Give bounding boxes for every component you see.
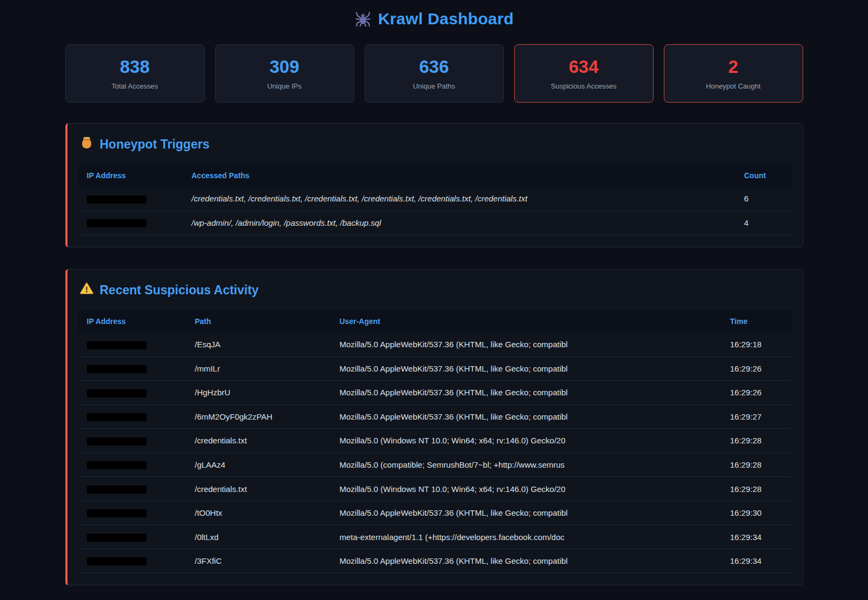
path-cell: /gLAAz4	[186, 453, 331, 477]
user-agent-cell: meta-externalagent/1.1 (+https://develop…	[331, 525, 722, 549]
accessed-paths-cell: /wp-admin/, /admin/login, /passwords.txt…	[183, 211, 736, 235]
warning-icon	[79, 281, 94, 299]
app-header: Krawl Dashboard	[65, 10, 803, 28]
time-cell: 16:29:18	[722, 333, 792, 356]
ip-cell	[78, 477, 186, 501]
count-cell: 6	[736, 187, 792, 211]
path-cell: /0ltLxd	[186, 525, 331, 549]
time-cell: 16:29:28	[722, 429, 792, 453]
suspicious-col-header: Time	[722, 310, 792, 333]
redacted-ip	[87, 534, 146, 542]
ip-cell	[78, 429, 186, 453]
ip-cell	[78, 211, 183, 235]
stat-label: Total Accesses	[71, 82, 199, 90]
suspicious-row: /6mM2OyF0gk2zPAHMozilla/5.0 AppleWebKit/…	[78, 405, 792, 429]
stat-card-suspicious-accesses: 634Suspicious Accesses	[514, 44, 654, 103]
stat-label: Unique Paths	[371, 82, 498, 90]
user-agent-cell: Mozilla/5.0 AppleWebKit/537.36 (KHTML, l…	[331, 549, 722, 573]
path-cell: /EsqJA	[186, 333, 331, 356]
suspicious-header-row: IP AddressPathUser-AgentTime	[78, 310, 792, 333]
page-title: Krawl Dashboard	[378, 10, 514, 28]
suspicious-row: /credentials.txtMozilla/5.0 (Windows NT …	[78, 429, 792, 453]
suspicious-row: /credentials.txtMozilla/5.0 (Windows NT …	[78, 477, 792, 501]
suspicious-title-text: Recent Suspicious Activity	[100, 283, 259, 298]
user-agent-cell: Mozilla/5.0 (compatible; SemrushBot/7~bl…	[331, 453, 722, 477]
honeypot-row: /wp-admin/, /admin/login, /passwords.txt…	[78, 211, 792, 235]
path-cell: /credentials.txt	[186, 477, 331, 501]
stat-card-unique-ips: 309Unique IPs	[215, 44, 354, 103]
ip-cell	[78, 501, 186, 525]
user-agent-cell: Mozilla/5.0 AppleWebKit/537.36 (KHTML, l…	[331, 501, 722, 525]
suspicious-col-header: IP Address	[78, 310, 186, 333]
ip-cell	[78, 453, 186, 477]
honeypot-title-text: Honeypot Triggers	[100, 137, 210, 152]
ip-cell	[78, 549, 186, 573]
time-cell: 16:29:30	[722, 501, 792, 525]
dashboard-page: Krawl Dashboard 838Total Accesses309Uniq…	[65, 0, 803, 585]
ip-cell	[78, 405, 186, 429]
stat-card-unique-paths: 636Unique Paths	[365, 44, 504, 103]
ip-cell	[78, 187, 183, 211]
path-cell: /6mM2OyF0gk2zPAH	[186, 405, 331, 429]
time-cell: 16:29:26	[722, 356, 792, 381]
redacted-ip	[87, 413, 146, 421]
path-cell: /3FXfiC	[186, 549, 331, 573]
suspicious-tbody: /EsqJAMozilla/5.0 AppleWebKit/537.36 (KH…	[78, 333, 792, 573]
user-agent-cell: Mozilla/5.0 AppleWebKit/537.36 (KHTML, l…	[331, 381, 722, 405]
suspicious-col-header: User-Agent	[331, 310, 722, 333]
stat-value: 634	[520, 58, 648, 76]
time-cell: 16:29:34	[722, 525, 792, 549]
honeypot-table: IP AddressAccessed PathsCount /credentia…	[78, 164, 792, 235]
honeypot-tbody: /credentials.txt, /credentials.txt, /cre…	[78, 187, 792, 235]
suspicious-row: /EsqJAMozilla/5.0 AppleWebKit/537.36 (KH…	[78, 333, 792, 356]
honeypot-col-header: IP Address	[78, 164, 183, 187]
redacted-ip	[87, 509, 146, 517]
stats-row: 838Total Accesses309Unique IPs636Unique …	[65, 44, 803, 103]
honeypot-col-header: Count	[736, 164, 792, 187]
user-agent-cell: Mozilla/5.0 AppleWebKit/537.36 (KHTML, l…	[331, 333, 722, 356]
honeypot-panel-title: Honeypot Triggers	[79, 136, 792, 153]
stat-value: 838	[71, 58, 199, 76]
accessed-paths-cell: /credentials.txt, /credentials.txt, /cre…	[183, 187, 736, 211]
honeypot-panel: Honeypot Triggers IP AddressAccessed Pat…	[65, 123, 803, 247]
ip-cell	[78, 525, 186, 549]
honeypot-col-header: Accessed Paths	[183, 164, 736, 187]
time-cell: 16:29:26	[722, 381, 792, 405]
redacted-ip	[87, 486, 146, 494]
stat-card-total-accesses: 838Total Accesses	[65, 44, 205, 103]
stat-label: Honeypot Caught	[670, 82, 797, 90]
user-agent-cell: Mozilla/5.0 (Windows NT 10.0; Win64; x64…	[331, 477, 722, 501]
user-agent-cell: Mozilla/5.0 (Windows NT 10.0; Win64; x64…	[331, 429, 722, 453]
stat-label: Unique IPs	[221, 82, 348, 90]
user-agent-cell: Mozilla/5.0 AppleWebKit/537.36 (KHTML, l…	[331, 405, 722, 429]
redacted-ip	[87, 219, 146, 227]
time-cell: 16:29:27	[722, 405, 792, 429]
suspicious-panel: Recent Suspicious Activity IP AddressPat…	[65, 269, 803, 585]
redacted-ip	[87, 389, 146, 397]
honey-pot-icon	[79, 136, 94, 153]
stat-value: 2	[670, 58, 797, 76]
stat-value: 309	[221, 58, 348, 76]
redacted-ip	[87, 195, 146, 204]
redacted-ip	[87, 365, 146, 373]
path-cell: /tO0Htx	[186, 501, 331, 525]
ip-cell	[78, 356, 186, 381]
redacted-ip	[87, 341, 146, 349]
suspicious-row: /3FXfiCMozilla/5.0 AppleWebKit/537.36 (K…	[78, 549, 792, 573]
ip-cell	[78, 381, 186, 405]
redacted-ip	[87, 461, 146, 469]
path-cell: /mmILr	[186, 356, 331, 381]
suspicious-table: IP AddressPathUser-AgentTime /EsqJAMozil…	[78, 310, 792, 573]
time-cell: 16:29:28	[722, 453, 792, 477]
count-cell: 4	[736, 211, 792, 235]
suspicious-col-header: Path	[186, 310, 331, 333]
suspicious-row: /HgHzbrUMozilla/5.0 AppleWebKit/537.36 (…	[78, 381, 792, 405]
suspicious-row: /tO0HtxMozilla/5.0 AppleWebKit/537.36 (K…	[78, 501, 792, 525]
redacted-ip	[87, 437, 146, 446]
time-cell: 16:29:34	[722, 549, 792, 573]
suspicious-panel-title: Recent Suspicious Activity	[79, 281, 792, 299]
stat-label: Suspicious Accesses	[520, 82, 648, 90]
user-agent-cell: Mozilla/5.0 AppleWebKit/537.36 (KHTML, l…	[331, 356, 722, 381]
path-cell: /credentials.txt	[186, 429, 331, 453]
spider-icon	[354, 10, 372, 28]
